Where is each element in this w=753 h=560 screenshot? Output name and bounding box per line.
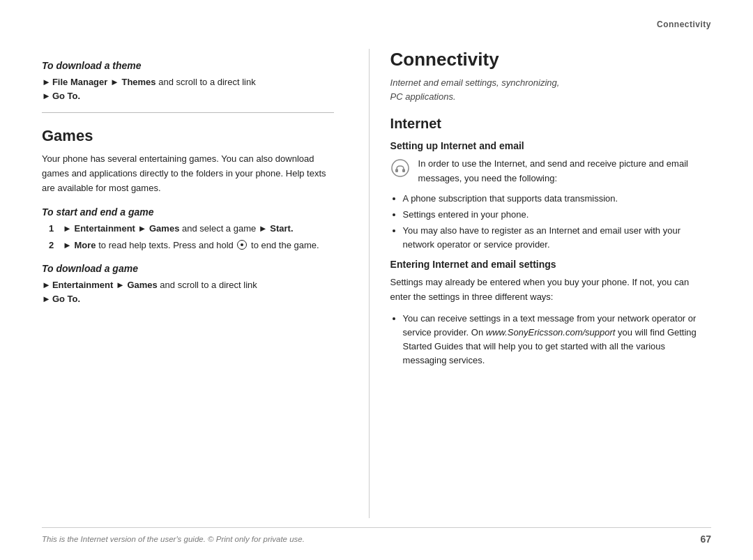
arrow-icon-1: ►	[42, 75, 51, 89]
step-num-1: 1	[49, 222, 57, 236]
pre-section-step-1: ► File Manager ► Themes and scroll to a …	[42, 75, 334, 89]
entering-title: Entering Internet and email settings	[390, 259, 711, 270]
download-step-2: ► Go To.	[42, 292, 334, 306]
bullet-item-1: A phone subscription that supports data …	[403, 192, 711, 206]
columns: To download a theme ► File Manager ► The…	[42, 49, 711, 518]
internet-title: Internet	[390, 116, 711, 132]
connectivity-title: Connectivity	[390, 49, 711, 70]
download-game-section: To download a game ► Entertainment ► Gam…	[42, 263, 334, 305]
step-num-2: 2	[49, 239, 57, 252]
internet-section: Internet Setting up Internet and email I…	[390, 116, 711, 368]
entering-body: Settings may already be entered when you…	[390, 275, 711, 305]
headset-icon	[390, 158, 410, 178]
arrow-icon-3: ►	[42, 278, 51, 292]
pre-section-title: To download a theme	[42, 60, 334, 71]
bullet-item-2: Settings entered in your phone.	[403, 208, 711, 222]
step-1-text: ► Entertainment ► Games and select a gam…	[63, 222, 294, 236]
games-section: Games Your phone has several entertainin…	[42, 127, 334, 305]
pre-step-2-text: Go To.	[52, 89, 80, 103]
page-number: 67	[700, 533, 711, 545]
divider-1	[42, 112, 334, 113]
setting-up-title: Setting up Internet and email	[390, 140, 711, 151]
svg-rect-1	[395, 169, 398, 172]
connectivity-subtitle: Internet and email settings, synchronizi…	[390, 76, 711, 103]
entering-bullet-1: You can receive settings in a text messa…	[403, 312, 711, 368]
games-body: Your phone has several entertaining game…	[42, 152, 334, 195]
circle-icon	[237, 240, 247, 250]
arrow-icon-2: ►	[42, 89, 51, 103]
right-column: Connectivity Internet and email settings…	[369, 49, 711, 518]
start-game-title: To start and end a game	[42, 206, 334, 218]
chapter-header: Connectivity	[657, 20, 711, 29]
download-step-1: ► Entertainment ► Games and scroll to a …	[42, 278, 334, 292]
setting-up-body: In order to use the Internet, and send a…	[418, 157, 711, 186]
pre-step-1-text: File Manager ► Themes and scroll to a di…	[52, 75, 256, 89]
pre-section: To download a theme ► File Manager ► The…	[42, 60, 334, 103]
svg-rect-2	[402, 169, 405, 172]
setting-up-body-text: In order to use the Internet, and send a…	[418, 158, 688, 183]
setting-up-section: Setting up Internet and email In order t…	[390, 140, 711, 252]
entering-section: Entering Internet and email settings Set…	[390, 259, 711, 368]
games-title: Games	[42, 127, 334, 145]
chapter-title: Connectivity	[657, 20, 711, 29]
footer: This is the Internet version of the user…	[42, 527, 711, 545]
left-column: To download a theme ► File Manager ► The…	[42, 49, 341, 518]
start-game-section: To start and end a game 1 ► Entertainmen…	[42, 206, 334, 252]
step-2-text: ► More to read help texts. Press and hol…	[63, 239, 319, 252]
footer-disclaimer: This is the Internet version of the user…	[42, 535, 305, 543]
download-step-1-text: Entertainment ► Games and scroll to a di…	[52, 278, 257, 292]
download-game-title: To download a game	[42, 263, 334, 274]
entering-bullets: You can receive settings in a text messa…	[403, 312, 711, 368]
start-game-steps: 1 ► Entertainment ► Games and select a g…	[49, 222, 334, 252]
page-container: Connectivity To download a theme ► File …	[0, 0, 753, 560]
start-game-step-1: 1 ► Entertainment ► Games and select a g…	[49, 222, 334, 236]
start-game-step-2: 2 ► More to read help texts. Press and h…	[49, 239, 334, 252]
pre-section-step-2: ► Go To.	[42, 89, 334, 103]
setting-up-bullets: A phone subscription that supports data …	[403, 192, 711, 252]
download-step-2-text: Go To.	[52, 292, 80, 306]
bullet-item-3: You may also have to register as an Inte…	[403, 224, 711, 252]
connectivity-subtitle-text: Internet and email settings, synchronizi…	[390, 77, 560, 102]
svg-point-0	[392, 160, 409, 176]
setting-up-icon-row: In order to use the Internet, and send a…	[390, 157, 711, 186]
arrow-icon-4: ►	[42, 292, 51, 306]
